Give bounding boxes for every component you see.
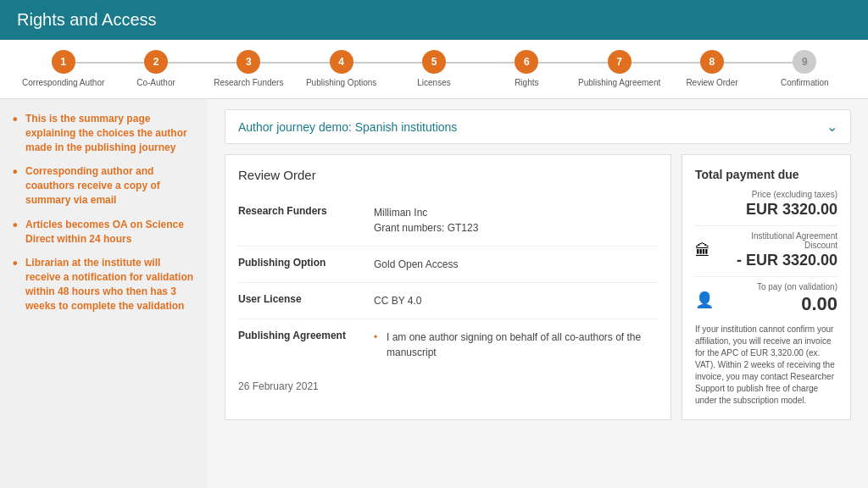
step-circle-1: 1: [52, 50, 75, 74]
step-label-8: Review Order: [686, 77, 737, 88]
chevron-down-icon: ⌄: [826, 119, 837, 135]
payment-title: Total payment due: [695, 168, 837, 181]
step-4: 4 Publishing Options: [295, 50, 387, 88]
person-icon: 👤: [695, 291, 714, 309]
step-9: 9 Confirmation: [759, 50, 851, 88]
review-label-3: User License: [238, 293, 374, 308]
step-label-3: Research Funders: [214, 77, 283, 88]
header: Rights and Access: [0, 0, 868, 40]
step-label-6: Rights: [515, 77, 538, 88]
left-panel-item-4: Librarian at the institute will receive …: [13, 256, 195, 313]
step-label-2: Co-Author: [136, 77, 175, 88]
payment-note: If your institution cannot confirm your …: [695, 324, 837, 407]
step-label-9: Confirmation: [781, 77, 829, 88]
review-order-panel: Review Order Research FundersMilliman In…: [225, 154, 671, 420]
review-row-3: User LicenseCC BY 4.0: [238, 283, 658, 319]
step-label-7: Publishing Agreement: [578, 77, 660, 88]
step-1: 1 Corresponding Author: [17, 50, 109, 88]
step-label-5: Licenses: [417, 77, 450, 88]
step-7: 7 Publishing Agreement: [573, 50, 665, 88]
institution-icon: 🏛: [695, 242, 710, 260]
review-value-2: Gold Open Access: [374, 257, 658, 272]
price-label: Price (excluding taxes): [695, 190, 837, 199]
review-row-1: Research FundersMilliman IncGrant number…: [238, 195, 658, 247]
left-panel-item-2: Corresponding author and coauthors recei…: [13, 164, 195, 207]
step-6: 6 Rights: [481, 50, 573, 88]
review-value-1: Milliman IncGrant numbers: GT123: [374, 205, 658, 236]
discount-label: Institutional Agreement Discount: [717, 231, 837, 250]
accordion[interactable]: Author journey demo: Spanish institution…: [225, 109, 851, 144]
step-circle-2: 2: [144, 50, 168, 74]
step-label-4: Publishing Options: [306, 77, 376, 88]
step-label-1: Corresponding Author: [22, 77, 104, 88]
step-2: 2 Co-Author: [109, 50, 202, 88]
review-label-2: Publishing Option: [238, 257, 374, 272]
review-label-1: Research Funders: [238, 205, 374, 236]
review-order-title: Review Order: [238, 168, 658, 182]
review-date: 26 February 2021: [238, 380, 658, 392]
step-circle-6: 6: [515, 50, 538, 74]
stepper: 1 Corresponding Author 2 Co-Author 3 Res…: [0, 40, 868, 99]
step-circle-3: 3: [236, 50, 260, 74]
left-panel-item-3: Articles becomes OA on Science Direct wi…: [13, 218, 195, 247]
review-row-2: Publishing OptionGold Open Access: [238, 247, 658, 283]
step-circle-9: 9: [793, 50, 816, 74]
step-8: 8 Review Order: [665, 50, 758, 88]
accordion-label: Author journey demo: Spanish institution…: [238, 120, 457, 134]
review-row-4: Publishing AgreementI am one author sign…: [238, 319, 658, 370]
to-pay-amount: 0.00: [721, 293, 837, 315]
discount-amount: - EUR 3320.00: [717, 252, 837, 269]
step-3: 3 Research Funders: [203, 50, 295, 88]
step-circle-4: 4: [330, 50, 353, 74]
review-label-4: Publishing Agreement: [238, 330, 374, 360]
price-amount: EUR 3320.00: [695, 201, 837, 219]
step-circle-5: 5: [422, 50, 446, 74]
review-value-4: I am one author signing on behalf of all…: [374, 330, 658, 360]
step-circle-7: 7: [608, 50, 632, 74]
page-title: Rights and Access: [17, 10, 851, 30]
step-circle-8: 8: [700, 50, 724, 74]
right-panel: Author journey demo: Spanish institution…: [208, 99, 868, 488]
step-5: 5 Licenses: [387, 50, 480, 88]
left-panel-item-1: This is the summary page explaining the …: [13, 112, 195, 154]
left-panel: This is the summary page explaining the …: [0, 99, 208, 488]
to-pay-label: To pay (on validation): [721, 282, 837, 291]
payment-box: Total payment due Price (excluding taxes…: [682, 154, 851, 420]
review-value-3: CC BY 4.0: [374, 293, 658, 308]
